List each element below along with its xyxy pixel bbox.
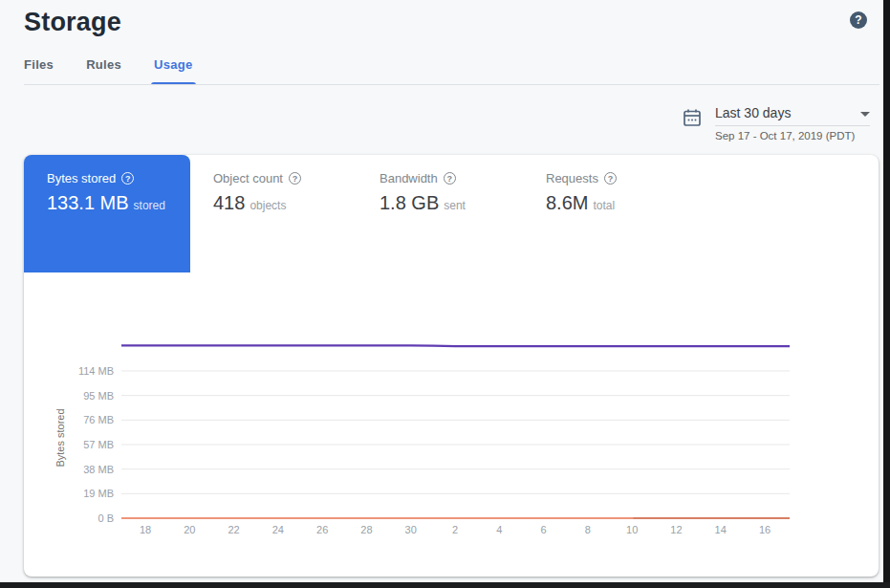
x-tick-label: 20 <box>170 524 208 535</box>
bytes-stored-chart: Bytes stored 0 B19 MB38 MB57 MB76 MB95 M… <box>24 325 879 555</box>
metric-card-bandwidth[interactable]: Bandwidth ? 1.8 GBsent <box>357 155 523 272</box>
x-tick-label: 16 <box>746 524 784 535</box>
metric-unit: stored <box>134 199 165 212</box>
x-tick-label: 14 <box>702 524 740 535</box>
tab-usage[interactable]: Usage <box>154 57 193 85</box>
x-tick-label: 2 <box>436 524 474 535</box>
screen-edge-right <box>883 0 890 588</box>
metric-label: Object count ? <box>213 171 357 185</box>
x-tick-label: 30 <box>392 524 430 535</box>
calendar-icon <box>683 108 702 127</box>
help-icon[interactable]: ? <box>850 11 867 29</box>
metric-help-icon[interactable]: ? <box>289 172 301 185</box>
x-tick-label: 10 <box>613 524 651 535</box>
y-tick-label: 114 MB <box>24 365 114 377</box>
metric-label: Requests ? <box>546 171 689 185</box>
x-tick-label: 12 <box>657 524 695 535</box>
y-tick-label: 19 MB <box>24 488 114 499</box>
x-tick-label: 4 <box>480 524 518 535</box>
y-tick-label: 0 B <box>24 512 114 524</box>
x-tick-label: 26 <box>303 524 341 535</box>
tab-bar: Files Rules Usage <box>24 57 193 85</box>
date-range-detail: Sep 17 - Oct 17, 2019 (PDT) <box>715 130 870 142</box>
y-tick-label: 57 MB <box>24 439 114 450</box>
metric-card-requests[interactable]: Requests ? 8.6Mtotal <box>523 155 689 272</box>
x-tick-label: 8 <box>569 524 607 535</box>
metric-label: Bytes stored ? <box>47 171 190 185</box>
dropdown-caret-icon <box>860 112 870 117</box>
page-title: Storage <box>24 8 121 37</box>
tab-rules[interactable]: Rules <box>86 57 121 85</box>
tab-usage-label: Usage <box>154 57 193 72</box>
metric-help-icon[interactable]: ? <box>444 172 456 185</box>
metric-unit: sent <box>444 199 466 212</box>
date-range-label: Last 30 days <box>715 105 791 120</box>
metric-card-bytes-stored[interactable]: Bytes stored ? 133.1 MBstored <box>24 155 190 272</box>
x-tick-label: 6 <box>525 524 563 535</box>
tab-files[interactable]: Files <box>24 57 54 85</box>
y-tick-label: 76 MB <box>24 414 114 425</box>
metric-label: Bandwidth ? <box>380 171 523 185</box>
metric-unit: objects <box>250 199 286 212</box>
y-tick-label: 95 MB <box>24 390 114 402</box>
metric-value: 133.1 MB <box>47 192 129 213</box>
y-tick-label: 38 MB <box>24 464 114 475</box>
screen-edge-bottom <box>0 582 890 588</box>
date-range-picker[interactable]: Last 30 days Sep 17 - Oct 17, 2019 (PDT) <box>683 105 870 142</box>
x-tick-label: 24 <box>259 524 297 535</box>
metric-help-icon[interactable]: ? <box>121 172 134 185</box>
metric-unit: total <box>593 199 615 212</box>
tab-divider <box>24 84 879 85</box>
metric-help-icon[interactable]: ? <box>604 172 617 185</box>
metric-value: 418 <box>213 192 245 213</box>
chart-plot-area <box>121 325 790 522</box>
metric-value: 8.6M <box>546 192 588 213</box>
metric-card-object-count[interactable]: Object count ? 418objects <box>190 155 357 272</box>
metric-value: 1.8 GB <box>380 192 439 213</box>
usage-panel: Bytes stored ? 133.1 MBstored Object cou… <box>24 155 879 577</box>
x-tick-label: 28 <box>347 524 385 535</box>
metric-cards: Bytes stored ? 133.1 MBstored Object cou… <box>24 155 689 272</box>
x-tick-label: 18 <box>126 524 164 535</box>
x-tick-label: 22 <box>215 524 253 535</box>
